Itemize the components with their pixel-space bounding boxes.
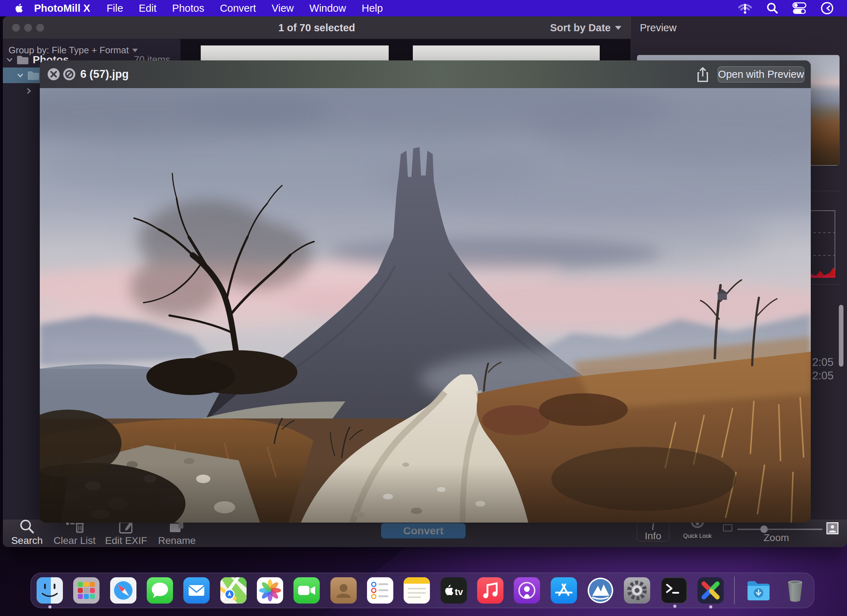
folder-icon [16,55,29,65]
dock-notes-icon[interactable] [404,577,430,604]
exif-time-value: 2:05 [812,356,834,369]
rename-button[interactable]: Rename [149,520,205,546]
dock-apple-tv-icon[interactable]: tv [441,577,467,604]
zoom-slider-thumb[interactable] [760,525,768,533]
search-icon [19,519,35,534]
zoom-small-image-icon [723,524,732,532]
dock-music-icon[interactable] [477,577,503,604]
menu-item-view[interactable]: View [272,3,294,14]
dock-photos-icon[interactable] [257,577,283,604]
share-icon[interactable] [696,67,709,82]
zoom-slider-track[interactable] [737,529,822,530]
account-photo-icon[interactable] [826,522,838,534]
running-indicator [709,605,712,609]
rename-icon [168,521,186,534]
dock-system-settings-icon[interactable] [624,577,650,604]
sort-by-dropdown[interactable]: Sort by Date [550,16,621,39]
chevron-right-icon[interactable] [25,87,33,95]
dock-reminders-icon[interactable] [367,577,393,604]
exif-time-value: 2:05 [812,370,834,382]
dock-mail-icon[interactable] [183,577,210,604]
quick-look-titlebar: 6 (57).jpg Open with Preview [40,60,811,88]
menu-item-photos[interactable]: Photos [172,3,204,14]
chevron-down-icon [615,26,621,30]
close-quicklook-button[interactable] [47,68,60,80]
chevron-down-icon [132,49,138,52]
dock-podcasts-icon[interactable] [514,577,540,604]
menu-item-file[interactable]: File [106,3,123,14]
menu-bar: PhotoMill X File Edit Photos Convert Vie… [0,0,847,16]
chevron-down-icon[interactable] [16,71,24,79]
zoom-label: Zoom [751,532,801,544]
close-icon [47,68,60,80]
window-titlebar: 1 of 70 selected Sort by Date [3,16,631,39]
dock-photomill-app-icon[interactable] [587,577,614,604]
svg-text:tv: tv [455,587,463,597]
menu-item-window[interactable]: Window [310,3,346,14]
clock-icon[interactable] [820,1,834,15]
quick-look-window: 6 (57).jpg Open with Preview [40,60,811,523]
dock-app-store-icon[interactable] [551,577,577,604]
quick-look-filename: 6 (57).jpg [80,60,128,88]
clear-list-icon [65,521,84,534]
edit-exif-label: Edit EXIF [98,535,155,546]
menu-item-edit[interactable]: Edit [139,3,157,14]
photo-preview [40,88,811,523]
info-label: Info [637,531,669,542]
menu-item-convert[interactable]: Convert [220,3,256,14]
rename-label: Rename [149,535,205,546]
convert-label: Convert [403,525,443,537]
search-icon[interactable] [766,2,779,15]
dock-downloads-folder-icon[interactable] [745,577,772,604]
running-indicator [673,605,676,608]
dock-launchpad-icon[interactable] [73,577,99,604]
panel-scrollbar[interactable] [839,305,843,367]
landscape-photo [40,88,811,523]
sort-by-label: Sort by Date [550,22,611,34]
dock-messages-icon[interactable] [147,577,173,604]
apple-menu[interactable] [15,3,24,13]
dock-contacts-icon[interactable] [331,577,357,604]
convert-button[interactable]: Convert [381,523,466,539]
preview-panel-title: Preview [640,22,676,34]
clear-list-button[interactable]: Clear List [46,520,103,546]
open-with-preview-label: Open with Preview [718,69,804,80]
edit-exif-button[interactable]: Edit EXIF [98,520,155,546]
selection-status: 1 of 70 selected [3,16,631,39]
chevron-down-icon[interactable] [6,56,13,63]
running-indicator [48,605,52,609]
bottom-toolbar: Search Clear List [3,520,847,547]
dock-safari-icon[interactable] [110,577,136,604]
dock-divider [734,576,735,604]
open-with-preview-button[interactable]: Open with Preview [718,66,804,83]
fullscreen-disabled-button[interactable] [63,68,75,80]
clear-list-label: Clear List [46,535,103,546]
dock-finder-icon[interactable] [37,577,63,604]
dock-photomill-x-icon[interactable] [697,577,724,604]
wifi-alert-icon[interactable] [737,2,753,15]
apple-logo-icon [15,3,24,13]
prohibit-icon [63,68,75,80]
quick-look-label: Quick Look [673,533,722,539]
photo-thumbnail-card[interactable] [201,46,389,61]
info-button[interactable]: i Info [637,521,669,541]
dock-terminal-icon[interactable] [661,577,687,604]
folder-icon [27,70,40,81]
dock-facetime-icon[interactable] [294,577,320,604]
person-icon [828,523,837,533]
quick-look-button[interactable]: Quick Look [673,520,722,539]
photo-thumbnail-card[interactable] [413,46,600,60]
control-center-icon[interactable] [792,2,807,15]
dock: tv [31,573,814,608]
menu-item-help[interactable]: Help [362,3,383,14]
dock-maps-icon[interactable] [220,577,246,604]
dock-trash-icon[interactable] [782,577,808,604]
menu-app-name[interactable]: PhotoMill X [34,3,90,14]
